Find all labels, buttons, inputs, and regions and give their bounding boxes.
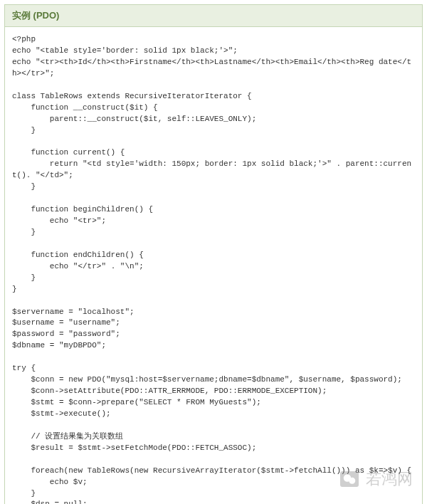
code-block: <?php echo "<table style='border: solid … — [5, 27, 422, 504]
example-container: 实例 (PDO) <?php echo "<table style='borde… — [4, 4, 423, 504]
example-header: 实例 (PDO) — [5, 5, 422, 27]
example-title: 实例 (PDO) — [12, 10, 59, 21]
